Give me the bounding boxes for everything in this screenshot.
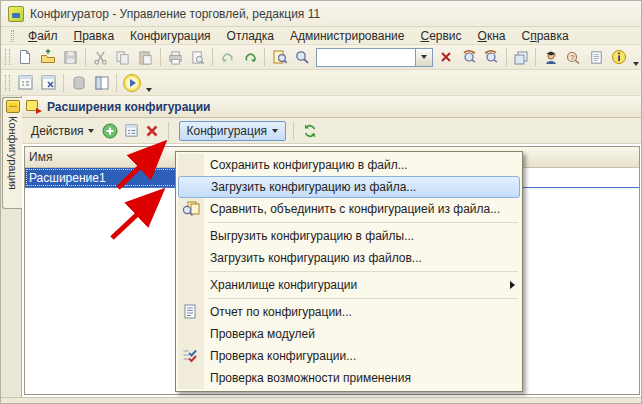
find-previous-button[interactable] — [480, 47, 503, 68]
add-button[interactable] — [102, 123, 119, 139]
menu-item-compare-merge[interactable]: Сравнить, объединить с конфигурацией из … — [176, 198, 522, 220]
configuration-dropdown-menu: Сохранить конфигурацию в файл... Загрузи… — [175, 151, 523, 392]
menu-item-load-from-files[interactable]: Загрузить конфигурацию из файлов... — [176, 247, 522, 269]
database-button[interactable] — [67, 72, 90, 93]
search-button[interactable] — [291, 47, 314, 68]
configurator-window: Конфигуратор - Управление торговлей, ред… — [0, 0, 642, 404]
properties-button[interactable] — [123, 123, 140, 139]
printer-icon — [168, 50, 183, 65]
find-next-icon — [461, 49, 477, 65]
print-preview-button[interactable] — [187, 47, 210, 68]
menu-item-load-from-file[interactable]: Загрузить конфигурацию из файла... — [178, 176, 520, 198]
add-icon — [102, 123, 118, 139]
open-button[interactable] — [37, 47, 60, 68]
menu-item-save-to-file[interactable]: Сохранить конфигурацию в файл... — [176, 154, 522, 176]
search-combobox — [316, 48, 433, 67]
debug-dropdown-button[interactable] — [146, 88, 152, 92]
info-button[interactable] — [607, 47, 630, 68]
menu-edit[interactable]: Правка — [66, 28, 123, 44]
syntax-help-button[interactable]: ? — [562, 47, 585, 68]
action-bar: Действия Конфигурация — [22, 118, 641, 144]
clear-x-icon — [440, 51, 452, 63]
menu-item-configuration-report[interactable]: Отчет по конфигурации... — [176, 301, 522, 323]
undo-icon — [220, 50, 235, 65]
windows-list-button[interactable] — [510, 47, 533, 68]
menu-administration[interactable]: Администрирование — [282, 28, 412, 44]
menu-service[interactable]: Сервис — [412, 28, 469, 44]
syntax-assistant-icon — [543, 49, 559, 65]
close-configuration-button[interactable] — [37, 72, 60, 93]
help-search-icon: ? — [565, 49, 581, 65]
start-debugging-button[interactable] — [120, 72, 143, 93]
actions-label: Действия — [31, 124, 84, 138]
extensions-icon — [26, 100, 42, 114]
open-configuration-button[interactable] — [14, 72, 37, 93]
menu-item-check-configuration[interactable]: Проверка конфигурации... — [176, 345, 522, 367]
refresh-button[interactable] — [301, 123, 318, 139]
delete-button[interactable] — [144, 123, 161, 139]
panel-button[interactable] — [90, 72, 113, 93]
global-search-button[interactable] — [268, 47, 291, 68]
syntax-assistant-button[interactable] — [539, 47, 562, 68]
new-document-icon — [17, 49, 33, 65]
submenu-arrow-icon — [510, 281, 515, 289]
menu-item-check-modules[interactable]: Проверка модулей — [176, 323, 522, 345]
actions-button[interactable]: Действия — [27, 122, 98, 140]
info-icon — [611, 49, 627, 65]
search-input[interactable] — [316, 48, 416, 67]
check-configuration-icon — [182, 348, 200, 364]
toolbar-overflow-button[interactable] — [633, 62, 639, 66]
save-button[interactable] — [59, 47, 82, 68]
compare-icon — [182, 201, 200, 217]
print-button[interactable] — [164, 47, 187, 68]
panel-header: Расширения конфигурации — [22, 96, 641, 118]
delete-x-icon — [145, 124, 159, 138]
sidebar-tab-configuration[interactable]: Конфигурация — [2, 97, 22, 209]
separator — [63, 74, 64, 92]
paste-icon — [138, 50, 153, 65]
open-folder-icon — [40, 49, 56, 65]
toolbar-grip[interactable] — [5, 49, 10, 65]
undo-button[interactable] — [216, 47, 239, 68]
find-next-button[interactable] — [457, 47, 480, 68]
properties-icon — [124, 123, 139, 138]
clear-search-button[interactable] — [435, 47, 458, 68]
separator — [168, 122, 169, 140]
save-icon — [63, 50, 78, 65]
configuration-toolbar — [1, 70, 641, 96]
svg-text:?: ? — [570, 53, 575, 62]
search-dropdown-button[interactable] — [416, 48, 433, 67]
chevron-down-icon — [272, 129, 278, 133]
separator — [160, 48, 161, 66]
sidebar-tab-label: Конфигурация — [7, 116, 19, 190]
new-button[interactable] — [14, 47, 37, 68]
menu-configuration[interactable]: Конфигурация — [122, 28, 219, 44]
menu-windows[interactable]: Окна — [470, 28, 514, 44]
copy-icon — [115, 50, 130, 65]
configuration-menu-button[interactable]: Конфигурация — [179, 121, 287, 141]
redo-button[interactable] — [239, 47, 262, 68]
app-icon — [8, 6, 24, 22]
copy-button[interactable] — [112, 47, 135, 68]
templates-button[interactable] — [585, 47, 608, 68]
main-toolbar: ? — [1, 45, 641, 70]
menu-help[interactable]: Справка — [513, 28, 576, 44]
toolbar-grip[interactable] — [11, 30, 14, 42]
separator — [506, 48, 507, 66]
database-icon — [71, 75, 87, 91]
configuration-icon — [6, 100, 20, 113]
separator — [212, 48, 213, 66]
paste-button[interactable] — [134, 47, 157, 68]
play-icon — [122, 73, 142, 93]
menu-item-check-applicability[interactable]: Проверка возможности применения — [176, 367, 522, 389]
menu-item-dump-to-files[interactable]: Выгрузить конфигурацию в файлы... — [176, 225, 522, 247]
menu-debug[interactable]: Отладка — [219, 28, 282, 44]
title-bar: Конфигуратор - Управление торговлей, ред… — [1, 1, 641, 27]
magnifier-icon — [294, 49, 310, 65]
menu-item-configuration-repository[interactable]: Хранилище конфигурации — [176, 274, 522, 296]
scissors-icon — [93, 50, 108, 65]
cut-button[interactable] — [89, 47, 112, 68]
toolbar-grip[interactable] — [5, 75, 10, 91]
separator — [535, 48, 536, 66]
menu-file[interactable]: Файл — [20, 28, 66, 44]
